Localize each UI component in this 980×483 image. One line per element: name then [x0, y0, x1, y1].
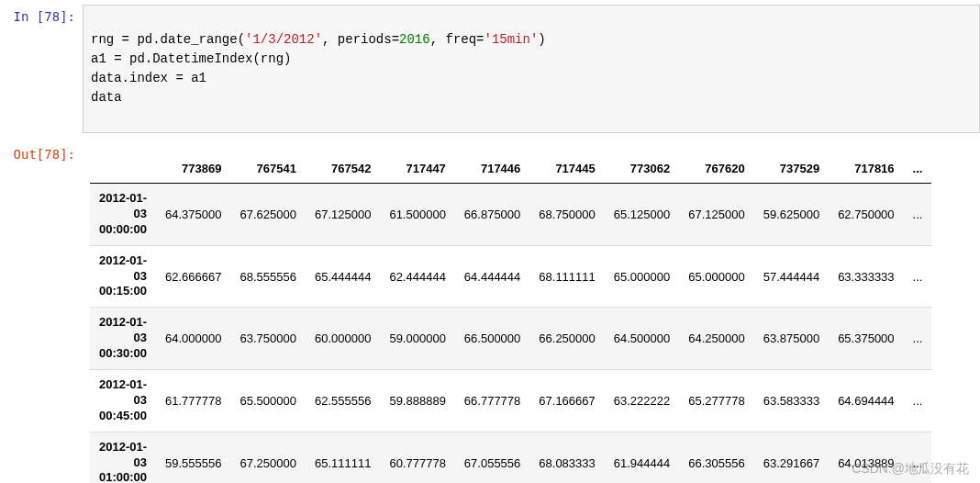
table-cell: 67.166667	[529, 370, 604, 432]
code-line-1: rng = pd.date_range('1/3/2012', periods=…	[91, 32, 546, 47]
col-header: 767541	[231, 154, 306, 184]
input-prompt: In [78]:	[0, 5, 83, 133]
table-cell: 66.777778	[455, 370, 529, 432]
output-prompt: Out[78]:	[0, 142, 83, 483]
table-cell: 68.555556	[231, 245, 306, 308]
table-cell: ...	[904, 245, 932, 308]
table-cell: ...	[904, 184, 932, 246]
table-row: 2012-01-0300:15:0062.66666768.55555665.4…	[90, 245, 931, 308]
table-row: 2012-01-0300:45:0061.77777865.50000062.5…	[90, 370, 931, 432]
col-header: 737529	[754, 154, 829, 184]
col-header: 717445	[529, 154, 604, 184]
col-header: 717447	[380, 154, 454, 184]
dataframe-table: 773869 767541 767542 717447 717446 71744…	[90, 154, 931, 483]
table-cell: 59.000000	[380, 308, 454, 370]
table-cell: 67.125000	[679, 184, 753, 246]
table-cell: 68.083333	[529, 432, 604, 483]
table-cell: 65.500000	[231, 370, 306, 432]
table-cell: 66.500000	[455, 308, 529, 370]
table-cell: 63.291667	[754, 432, 829, 483]
table-cell: 66.250000	[529, 308, 604, 370]
table-cell: 60.777778	[380, 432, 454, 483]
table-cell: 64.013889	[829, 432, 903, 483]
table-row: 2012-01-0300:30:0064.00000063.75000060.0…	[90, 308, 931, 370]
output-cell: Out[78]: 773869 767541 767542 717447 717…	[0, 138, 980, 483]
table-cell: 65.277778	[679, 370, 753, 432]
row-index: 2012-01-0300:45:00	[90, 370, 156, 432]
input-cell: In [78]: rng = pd.date_range('1/3/2012',…	[0, 0, 980, 138]
table-cell: 64.000000	[156, 308, 230, 370]
table-row: 2012-01-0300:00:0064.37500067.62500067.1…	[90, 184, 931, 246]
table-cell: ...	[904, 308, 932, 370]
table-cell: 63.875000	[754, 308, 829, 370]
table-cell: 57.444444	[754, 245, 829, 308]
table-row: 2012-01-0301:00:0059.55555667.25000065.1…	[90, 432, 931, 483]
table-cell: 67.250000	[231, 432, 306, 483]
table-cell: 62.555556	[306, 370, 380, 432]
col-header: 717816	[829, 154, 903, 184]
output-area: 773869 767541 767542 717447 717446 71744…	[83, 142, 980, 483]
table-cell: 60.000000	[306, 308, 380, 370]
col-header: 773062	[605, 154, 679, 184]
col-header: 773869	[156, 154, 230, 184]
code-line-2: a1 = pd.DatetimeIndex(rng)	[91, 51, 291, 66]
table-cell: ...	[904, 370, 932, 432]
table-cell: 65.125000	[605, 184, 679, 246]
table-cell: 63.583333	[754, 370, 829, 432]
code-input[interactable]: rng = pd.date_range('1/3/2012', periods=…	[83, 5, 980, 133]
table-cell: 68.750000	[529, 184, 604, 246]
table-cell: 61.500000	[380, 184, 454, 246]
row-index: 2012-01-0300:30:00	[90, 308, 156, 370]
table-cell: 65.111111	[306, 432, 380, 483]
table-header: 773869 767541 767542 717447 717446 71744…	[90, 154, 931, 184]
table-cell: 59.625000	[754, 184, 829, 246]
table-cell: ...	[904, 432, 932, 483]
table-cell: 65.375000	[829, 308, 903, 370]
table-cell: 62.666667	[156, 245, 230, 308]
table-cell: 62.444444	[380, 245, 454, 308]
table-cell: 64.250000	[679, 308, 753, 370]
table-cell: 64.444444	[455, 245, 529, 308]
table-cell: 59.888889	[380, 370, 454, 432]
table-cell: 61.777778	[156, 370, 230, 432]
row-index: 2012-01-0300:00:00	[90, 184, 156, 246]
table-cell: 65.444444	[306, 245, 380, 308]
col-header: 767620	[679, 154, 753, 184]
table-cell: 63.222222	[605, 370, 679, 432]
table-cell: 64.375000	[156, 184, 230, 246]
table-cell: 67.055556	[455, 432, 529, 483]
table-cell: 63.333333	[829, 245, 903, 308]
table-body: 2012-01-0300:00:0064.37500067.62500067.1…	[90, 184, 931, 484]
row-index: 2012-01-0301:00:00	[90, 432, 156, 483]
table-cell: 63.750000	[231, 308, 306, 370]
table-cell: 67.125000	[306, 184, 380, 246]
table-cell: 61.944444	[605, 432, 679, 483]
row-index: 2012-01-0300:15:00	[90, 245, 156, 308]
table-cell: 64.500000	[605, 308, 679, 370]
table-cell: 59.555556	[156, 432, 230, 483]
code-line-3: data.index = a1	[91, 71, 206, 85]
col-header: ...	[904, 154, 932, 184]
table-cell: 66.875000	[455, 184, 529, 246]
table-cell: 65.000000	[679, 245, 753, 308]
col-header: 767542	[306, 154, 380, 184]
index-header	[90, 154, 156, 184]
table-cell: 62.750000	[829, 184, 903, 246]
table-cell: 68.111111	[529, 245, 604, 308]
table-cell: 65.000000	[605, 245, 679, 308]
code-line-4: data	[91, 90, 122, 105]
table-cell: 67.625000	[231, 184, 306, 246]
table-cell: 64.694444	[829, 370, 903, 432]
table-cell: 66.305556	[679, 432, 753, 483]
col-header: 717446	[455, 154, 529, 184]
